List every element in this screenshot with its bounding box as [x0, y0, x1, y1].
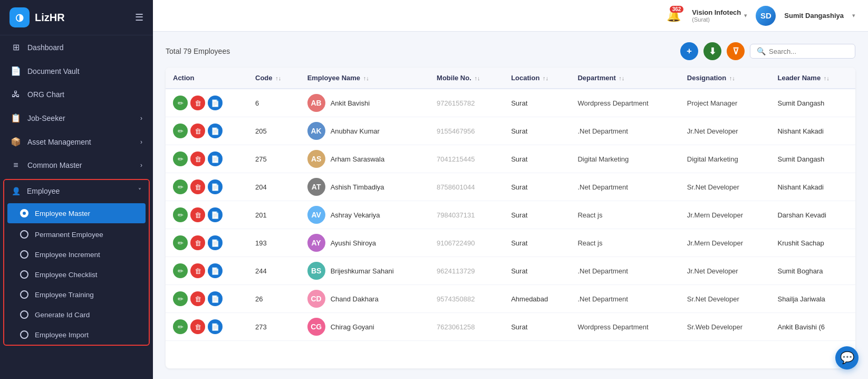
cell-employee-name: AK Anubhav Kumar	[300, 117, 429, 145]
chat-fab-button[interactable]: 💬	[835, 346, 859, 369]
total-employees-label: Total 79 Employees	[166, 47, 230, 55]
delete-button[interactable]: 🗑	[190, 319, 205, 334]
edit-button[interactable]: ✏	[173, 319, 188, 334]
cell-mobile: 7623061258	[429, 313, 504, 341]
nav-item-org-chart[interactable]: 🖧 ORG Chart	[0, 83, 153, 106]
sidebar-item-employee-import[interactable]: Employee Import	[4, 325, 149, 345]
edit-button[interactable]: ✏	[173, 207, 188, 222]
nav-item-asset-management[interactable]: 📦 Asset Management ›	[0, 130, 153, 154]
sidebar-item-employee-master[interactable]: Employee Master	[7, 203, 146, 223]
employee-avatar: AV	[307, 206, 325, 224]
company-chevron-down-icon: ▾	[744, 12, 747, 19]
cell-actions: ✏ 🗑 📄	[166, 173, 248, 201]
cell-designation: Sr.Net Developer	[680, 285, 770, 313]
edit-button[interactable]: ✏	[173, 124, 188, 138]
employee-avatar: AY	[307, 234, 325, 252]
cell-employee-name: CD Chand Dakhara	[300, 285, 429, 313]
cell-employee-name: AB Ankit Bavishi	[300, 89, 429, 117]
employee-name-text: Brijeshkumar Sahani	[331, 267, 394, 275]
export-button[interactable]: ⬇	[703, 42, 721, 60]
table-row: ✏ 🗑 📄 205 AK Anubhav Kumar 9155467956 Su…	[166, 117, 855, 145]
sidebar-item-generate-id-card[interactable]: Generate Id Card	[4, 305, 149, 325]
view-button[interactable]: 📄	[208, 263, 223, 278]
cell-mobile: 9624113729	[429, 257, 504, 285]
table-row: ✏ 🗑 📄 26 CD Chand Dakhara 9574350882 Ahm…	[166, 285, 855, 313]
edit-button[interactable]: ✏	[173, 263, 188, 278]
sidebar-item-permanent-employee[interactable]: Permanent Employee	[4, 224, 149, 244]
cell-location: Surat	[504, 257, 570, 285]
chevron-right-icon: ›	[140, 138, 142, 146]
delete-button[interactable]: 🗑	[190, 124, 205, 138]
hamburger-icon[interactable]: ☰	[135, 12, 143, 23]
sidebar-item-employee-increment[interactable]: Employee Increment	[4, 244, 149, 264]
cell-actions: ✏ 🗑 📄	[166, 145, 248, 173]
sub-label-generate-id-card: Generate Id Card	[35, 311, 90, 319]
cell-department: Wordpress Department	[570, 89, 679, 117]
cell-code: 275	[248, 145, 300, 173]
view-button[interactable]: 📄	[208, 291, 223, 306]
view-button[interactable]: 📄	[208, 319, 223, 334]
company-selector[interactable]: Vision Infotech (Surat) ▾	[692, 8, 747, 23]
add-employee-button[interactable]: +	[680, 42, 698, 60]
cell-location: Surat	[504, 145, 570, 173]
cell-department: Digital Marketing	[570, 145, 679, 173]
delete-button[interactable]: 🗑	[190, 179, 205, 194]
col-location[interactable]: Location ↑↓	[504, 68, 570, 89]
table-row: ✏ 🗑 📄 6 AB Ankit Bavishi 9726155782 Sura…	[166, 89, 855, 117]
delete-button[interactable]: 🗑	[190, 263, 205, 278]
nav-item-job-seeker[interactable]: 📋 Job-Seeker ›	[0, 106, 153, 130]
col-department[interactable]: Department ↑↓	[570, 68, 679, 89]
col-employee-name[interactable]: Employee Name ↑↓	[300, 68, 429, 89]
col-designation[interactable]: Designation ↑↓	[680, 68, 770, 89]
employee-section-header[interactable]: 👤 Employee ˅	[4, 180, 149, 202]
cell-employee-name: BS Brijeshkumar Sahani	[300, 257, 429, 285]
nav-item-dashboard[interactable]: ⊞ Dashboard	[0, 35, 153, 59]
search-input[interactable]	[769, 48, 848, 55]
cell-leader: Ankit Bavishi (6	[770, 313, 855, 341]
nav-item-common-master[interactable]: ≡ Common Master ›	[0, 154, 153, 177]
view-button[interactable]: 📄	[208, 207, 223, 222]
cell-employee-name: AS Arham Saraswala	[300, 145, 429, 173]
cell-designation: Jr.Net Developer	[680, 117, 770, 145]
sub-dot-employee-training	[20, 290, 28, 299]
sidebar: ◑ LizHR ☰ ⊞ Dashboard 📄 Document Vault 🖧…	[0, 0, 153, 379]
notification-button[interactable]: 🔔 362	[663, 6, 683, 26]
filter-button[interactable]: ⊽	[727, 42, 745, 60]
view-button[interactable]: 📄	[208, 96, 223, 110]
job-seeker-icon: 📋	[11, 113, 21, 123]
sidebar-item-employee-training[interactable]: Employee Training	[4, 285, 149, 305]
view-button[interactable]: 📄	[208, 179, 223, 194]
user-name[interactable]: Sumit Dangashiya	[784, 12, 844, 20]
delete-button[interactable]: 🗑	[190, 151, 205, 166]
common-master-icon: ≡	[11, 160, 21, 170]
sub-dot-employee-import	[20, 330, 28, 339]
edit-button[interactable]: ✏	[173, 235, 188, 250]
employee-name-text: Ashray Vekariya	[331, 211, 380, 219]
cell-location: Surat	[504, 173, 570, 201]
sidebar-item-employee-checklist[interactable]: Employee Checklist	[4, 264, 149, 285]
nav-label-org-chart: ORG Chart	[27, 90, 64, 99]
content-header: Total 79 Employees + ⬇ ⊽ 🔍	[166, 42, 855, 60]
cell-mobile: 7041215445	[429, 145, 504, 173]
delete-button[interactable]: 🗑	[190, 235, 205, 250]
col-mobile-no[interactable]: Mobile No. ↑↓	[429, 68, 504, 89]
delete-button[interactable]: 🗑	[190, 291, 205, 306]
edit-button[interactable]: ✏	[173, 96, 188, 110]
delete-button[interactable]: 🗑	[190, 207, 205, 222]
cell-department: React js	[570, 229, 679, 257]
cell-actions: ✏ 🗑 📄	[166, 229, 248, 257]
edit-button[interactable]: ✏	[173, 151, 188, 166]
cell-actions: ✏ 🗑 📄	[166, 285, 248, 313]
view-button[interactable]: 📄	[208, 151, 223, 166]
edit-button[interactable]: ✏	[173, 291, 188, 306]
employee-avatar: AS	[307, 150, 325, 168]
nav-item-document-vault[interactable]: 📄 Document Vault	[0, 59, 153, 83]
view-button[interactable]: 📄	[208, 235, 223, 250]
delete-button[interactable]: 🗑	[190, 96, 205, 110]
cell-department: .Net Department	[570, 173, 679, 201]
edit-button[interactable]: ✏	[173, 179, 188, 194]
col-code[interactable]: Code ↑↓	[248, 68, 300, 89]
col-leader-name[interactable]: Leader Name ↑↓	[770, 68, 855, 89]
view-button[interactable]: 📄	[208, 124, 223, 138]
employee-avatar: BS	[307, 262, 325, 280]
